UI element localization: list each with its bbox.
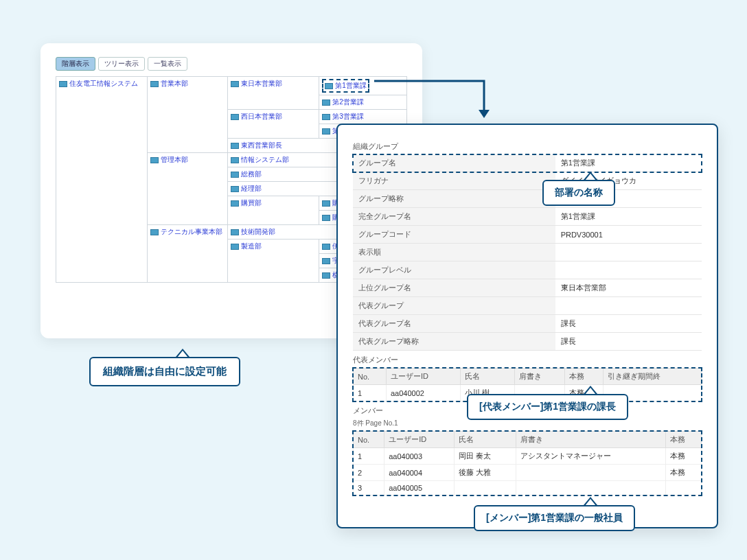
tab-tree[interactable]: ツリー表示 (98, 57, 145, 71)
org-rd[interactable]: 技術開発部 (231, 227, 275, 237)
org-sales3[interactable]: 第3営業課 (322, 112, 364, 121)
member-table: No.ユーザーID氏名肩書き本務 1aa040003岡田 奏太アシスタントマネー… (353, 431, 702, 495)
callout-hierarchy: 組織階層は自由に設定可能 (89, 357, 240, 386)
org-eastwest-mgr[interactable]: 東西営業部長 (231, 141, 282, 150)
table-row[interactable]: 1aa040003岡田 奏太アシスタントマネージャー本務 (354, 448, 702, 465)
org-tech-hq[interactable]: テクニカル事業本部 (150, 227, 222, 237)
org-sales1[interactable]: 第1営業課 (325, 81, 367, 91)
org-mfg[interactable]: 製造部 (231, 242, 262, 251)
callout-rep-member: [代表メンバー]第1営業課の課長 (467, 394, 628, 420)
table-row[interactable]: 2aa040004後藤 大雅本務 (354, 465, 702, 481)
org-east-sales[interactable]: 東日本営業部 (231, 79, 282, 89)
val-group-name: 第1営業課 (555, 154, 702, 172)
org-purch[interactable]: 購買部 (231, 198, 262, 208)
tab-list[interactable]: 一覧表示 (148, 57, 187, 71)
tab-hierarchy[interactable]: 階層表示 (56, 57, 95, 71)
org-admin-hq[interactable]: 管理本部 (150, 155, 188, 165)
view-tabs: 階層表示 ツリー表示 一覧表示 (56, 57, 407, 71)
selected-org-box: 第1営業課 (322, 79, 369, 93)
callout-tail-mem (584, 497, 597, 505)
callout-tail-dept (584, 172, 597, 180)
org-root[interactable]: 住友電工情報システム (59, 79, 138, 89)
callout-tail-rep (584, 386, 597, 394)
org-west-sales[interactable]: 西日本営業部 (231, 112, 282, 121)
group-info-table: グループ名第1営業課 フリガナダイイチエイギョウカ グループ略称第1営業課 完全… (353, 154, 702, 351)
org-acct[interactable]: 経理部 (231, 184, 262, 194)
org-it[interactable]: 情報システム部 (231, 155, 289, 165)
callout-member: [メンバー]第1営業課の一般社員 (474, 505, 635, 531)
org-icon (59, 81, 67, 87)
org-sales-hq[interactable]: 営業本部 (150, 79, 188, 89)
page-info: 8件 Page No.1 (353, 419, 702, 428)
callout-dept-name: 部署の名称 (542, 180, 615, 206)
org-label: 住友電工情報システム (69, 79, 138, 89)
section-rep-member: 代表メンバー (353, 355, 702, 365)
lbl-group-name: グループ名 (353, 154, 555, 172)
org-ga[interactable]: 総務部 (231, 170, 262, 179)
section-org-group: 組織グループ (353, 141, 702, 152)
detail-panel: 組織グループ グループ名第1営業課 フリガナダイイチエイギョウカ グループ略称第… (336, 124, 718, 528)
callout-tail-left (176, 349, 189, 357)
org-sales2[interactable]: 第2営業課 (322, 97, 364, 107)
table-row[interactable]: 3aa040005 (354, 481, 702, 495)
